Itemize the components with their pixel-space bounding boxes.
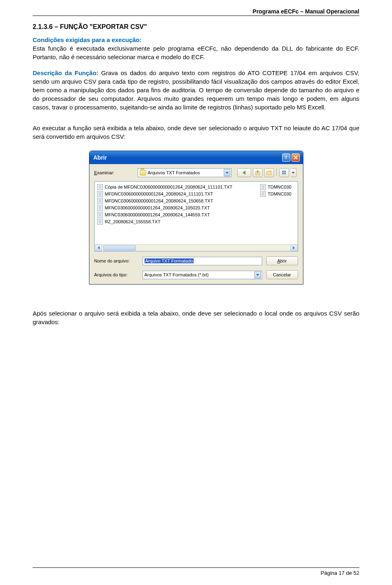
- svg-rect-6: [282, 171, 284, 172]
- chevron-down-icon[interactable]: [254, 271, 261, 278]
- exec-text: Ao executar a função será exibida a tela…: [33, 124, 359, 141]
- up-one-level-button[interactable]: [253, 168, 263, 177]
- svg-rect-7: [284, 171, 286, 172]
- page-number: Página 17 de 52: [321, 570, 359, 576]
- svg-text:?: ?: [285, 156, 287, 160]
- open-button[interactable]: Abrir: [266, 256, 298, 265]
- examine-folder-name: Arquivos TXT Formatados: [148, 170, 200, 175]
- after-select-text: Após selecionar o arquivo será exibida a…: [33, 309, 359, 326]
- footer-rule: [33, 567, 359, 568]
- document-icon: [260, 184, 266, 190]
- conditions-text: Esta função é executada exclusivamente p…: [33, 44, 359, 61]
- help-button[interactable]: ?: [282, 153, 290, 162]
- svg-rect-9: [284, 173, 286, 174]
- file-list-col1: Cópia de MFDNC03060000000001264_20080624…: [97, 183, 260, 251]
- document-icon: [97, 205, 103, 211]
- examine-combo[interactable]: Arquivos TXT Formatados: [138, 168, 232, 177]
- section-heading: 2.1.3.6 – FUNÇÃO "EXPORTAR CSV": [33, 23, 359, 31]
- horizontal-scrollbar[interactable]: [95, 244, 298, 251]
- cancel-button[interactable]: Cancelar: [266, 270, 298, 279]
- scroll-right-button[interactable]: [290, 245, 297, 251]
- description-paragraph: Descrição da Função: Grava os dados do a…: [33, 69, 359, 111]
- view-menu-button[interactable]: [279, 168, 289, 177]
- header-doc-title: Programa eECFc – Manual Operacional: [33, 8, 359, 15]
- document-icon: [97, 219, 103, 225]
- dialog-titlebar: Abrir ?: [89, 151, 303, 164]
- document-icon: [97, 212, 103, 218]
- examine-label: Examinar:: [94, 170, 134, 175]
- filename-label: Nome do arquivo:: [94, 258, 138, 263]
- header-rule: [33, 16, 359, 16]
- nav-separator: [276, 168, 277, 176]
- file-item[interactable]: MFNC03060000000001264_20080624_144559.TX…: [97, 211, 260, 218]
- file-list[interactable]: Cópia de MFDNC03060000000001264_20080624…: [94, 181, 298, 251]
- document-icon: [97, 184, 103, 190]
- file-item[interactable]: RZ_20080624_155558.TXT: [97, 218, 260, 225]
- new-folder-button[interactable]: [264, 168, 274, 177]
- file-item[interactable]: Cópia de MFDNC03060000000001264_20080624…: [97, 183, 260, 190]
- description-label: Descrição da Função:: [33, 69, 98, 76]
- back-button[interactable]: [237, 168, 251, 177]
- document-icon: [97, 198, 103, 204]
- file-item[interactable]: TDMNC030: [260, 183, 297, 190]
- chevron-down-icon[interactable]: [224, 169, 230, 176]
- filename-input[interactable]: Arquivo TXT Formatado: [143, 257, 262, 265]
- file-item[interactable]: TDMNC030: [260, 190, 297, 197]
- document-icon: [97, 191, 103, 197]
- conditions-label: Condições exigidas para a execução:: [33, 36, 359, 43]
- document-icon: [260, 191, 266, 197]
- file-item[interactable]: MFDNC03060000000001264_20080624_150658.T…: [97, 197, 260, 204]
- file-list-col2: TDMNC030 TDMNC030: [260, 183, 297, 251]
- folder-icon: [140, 170, 146, 176]
- filetype-label: Arquivos do tipo:: [94, 272, 138, 277]
- svg-rect-8: [282, 173, 284, 174]
- close-button[interactable]: [292, 153, 300, 162]
- file-item[interactable]: MFNC03060000000001264_20080624_105020.TX…: [97, 204, 260, 211]
- dialog-title: Abrir: [94, 154, 107, 161]
- filetype-combo[interactable]: Arquivos TXT Formatados (*.txt): [143, 271, 262, 279]
- scroll-left-button[interactable]: [95, 245, 102, 251]
- view-menu-dropdown[interactable]: [291, 168, 296, 177]
- svg-point-5: [269, 170, 272, 173]
- scroll-thumb[interactable]: [103, 245, 136, 251]
- file-item[interactable]: MFDNC03060000000001264_20080624_111101.T…: [97, 190, 260, 197]
- open-file-dialog: Abrir ? Examinar: Arquivos TXT For: [89, 151, 303, 285]
